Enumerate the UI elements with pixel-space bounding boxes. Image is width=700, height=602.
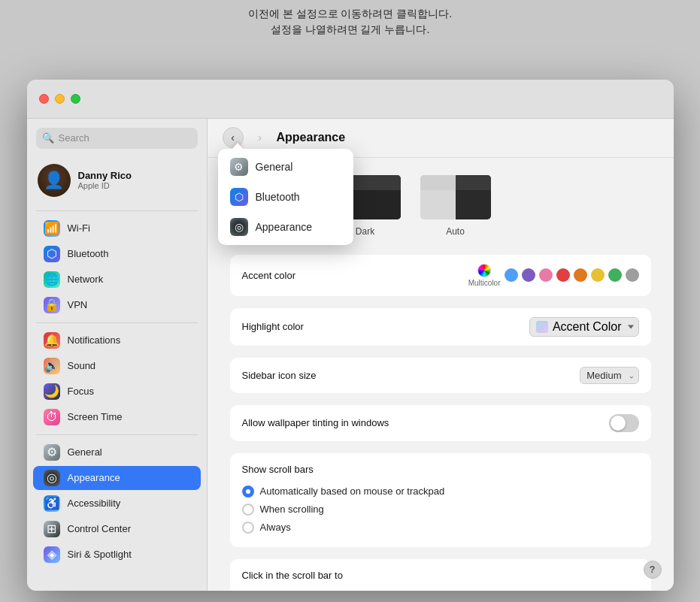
scroll-radio-auto[interactable]: Automatically based on mouse or trackpad [242, 483, 639, 501]
sidebar-label-general: General [68, 446, 102, 458]
highlight-color-section: Highlight color Accent Color [230, 308, 651, 346]
sidebar-item-siri[interactable]: ◈ Siri & Spotlight [33, 543, 201, 567]
notifications-icon: 🔔 [44, 332, 60, 349]
sidebar-item-notifications[interactable]: 🔔 Notifications [33, 328, 201, 352]
user-info: Danny Rico Apple ID [78, 170, 132, 190]
search-placeholder: Search [59, 132, 89, 144]
sidebar-item-general[interactable]: ⚙ General [33, 440, 201, 464]
scroll-label-always: Always [260, 522, 291, 533]
sidebar: 🔍 Search 👤 Danny Rico Apple ID 📶 Wi-Fi ⬡ [27, 119, 208, 591]
sidebar-label-vpn: VPN [68, 299, 88, 310]
history-dropdown: ⚙ General ⬡ Bluetooth ◎ Appearance [218, 149, 353, 245]
sidebar-label-sound: Sound [68, 360, 96, 371]
dropdown-general-icon: ⚙ [230, 158, 248, 176]
dropdown-appearance-icon: ◎ [230, 218, 248, 236]
sidebar-item-wifi[interactable]: 📶 Wi-Fi [33, 216, 201, 240]
sidebar-item-accessibility[interactable]: ♿ Accessibility [33, 492, 201, 516]
dropdown-label-appearance: Appearance [256, 221, 313, 233]
user-profile[interactable]: 👤 Danny Rico Apple ID [27, 158, 207, 203]
scroll-label-auto: Automatically based on mouse or trackpad [260, 486, 445, 497]
theme-label-auto: Auto [446, 226, 465, 237]
scroll-radio-always[interactable]: Always [242, 519, 639, 537]
accent-dot-multicolor[interactable] [477, 264, 491, 277]
focus-icon: 🌙 [44, 383, 60, 400]
dropdown-bluetooth-icon: ⬡ [230, 188, 248, 206]
accent-dot-blue[interactable] [505, 268, 518, 282]
sidebar-label-accessibility: Accessibility [68, 498, 121, 509]
forward-button[interactable]: › [250, 127, 271, 148]
sidebar-icon-row: Sidebar icon size Medium [230, 358, 651, 393]
general-icon: ⚙ [44, 444, 60, 461]
accent-dot-yellow[interactable] [591, 268, 605, 282]
sidebar-divider3 [36, 434, 198, 435]
scroll-label-scrolling: When scrolling [260, 504, 324, 515]
accent-dot-graphite[interactable] [626, 268, 639, 282]
help-button[interactable]: ? [644, 561, 662, 579]
accessibility-icon: ♿ [44, 495, 60, 512]
multicolor-label: Multicolor [468, 279, 501, 287]
accent-dot-purple[interactable] [522, 268, 535, 282]
settings-window: 🔍 Search 👤 Danny Rico Apple ID 📶 Wi-Fi ⬡ [27, 80, 674, 591]
radio-outer-scrolling [242, 504, 254, 516]
tooltip-line2: 설정을 나열하려면 길게 누릅니다. [271, 23, 430, 35]
sidebar-icon-dropdown[interactable]: Medium [580, 367, 638, 384]
sidebar-item-network[interactable]: 🌐 Network [33, 268, 201, 292]
sidebar-item-bluetooth[interactable]: ⬡ Bluetooth [33, 242, 201, 266]
controlcenter-icon: ⊞ [44, 521, 60, 537]
minimize-button[interactable] [55, 94, 65, 104]
sidebar-label-wifi: Wi-Fi [68, 222, 90, 234]
highlight-color-dropdown[interactable]: Accent Color [529, 317, 639, 337]
page-title: Appearance [277, 131, 346, 144]
dropdown-item-appearance[interactable]: ◎ Appearance [221, 212, 350, 242]
close-button[interactable] [39, 94, 49, 104]
accent-dot-pink[interactable] [539, 268, 553, 282]
accent-multicolor-col: Multicolor [468, 264, 501, 287]
forward-chevron-icon: › [258, 132, 262, 144]
sidebar-item-controlcenter[interactable]: ⊞ Control Center [33, 517, 201, 541]
theme-option-auto[interactable]: Auto [418, 173, 493, 237]
accent-dot-red[interactable] [556, 268, 570, 282]
sidebar-item-screentime[interactable]: ⏱ Screen Time [33, 405, 201, 429]
wallpaper-tinting-label: Allow wallpaper tinting in windows [242, 417, 389, 428]
search-icon: 🔍 [42, 132, 54, 144]
dropdown-item-general[interactable]: ⚙ General [221, 152, 350, 182]
sidebar-label-notifications: Notifications [68, 334, 121, 346]
sidebar-item-focus[interactable]: 🌙 Focus [33, 380, 201, 404]
avatar: 👤 [38, 164, 71, 197]
sound-icon: 🔊 [44, 358, 60, 374]
wallpaper-tinting-toggle[interactable] [609, 414, 639, 432]
radio-inner-auto [246, 489, 250, 494]
sidebar-item-appearance[interactable]: ◎ Appearance [33, 466, 201, 490]
maximize-button[interactable] [71, 94, 80, 104]
bluetooth-icon: ⬡ [44, 246, 60, 262]
sidebar-label-focus: Focus [68, 386, 94, 397]
click-radio-nextpage[interactable]: Jump to the next page [242, 588, 639, 591]
sidebar-divider [36, 210, 198, 211]
search-bar[interactable]: 🔍 Search [36, 128, 198, 149]
user-name: Danny Rico [78, 170, 132, 181]
wallpaper-tinting-section: Allow wallpaper tinting in windows [230, 405, 651, 441]
sidebar-label-appearance: Appearance [68, 472, 120, 483]
accent-dot-green[interactable] [608, 268, 622, 282]
accent-colors-list: Multicolor [468, 264, 639, 287]
main-content: ‹ › Appearance ⚙ General ⬡ Bluetooth [208, 119, 674, 591]
appearance-icon: ◎ [44, 470, 60, 486]
dropdown-item-bluetooth[interactable]: ⬡ Bluetooth [221, 182, 350, 212]
scroll-bars-section: Show scroll bars Automatically based on … [230, 453, 651, 547]
sidebar-icon-section: Sidebar icon size Medium [230, 358, 651, 393]
siri-icon: ◈ [44, 546, 60, 563]
accent-dot-orange[interactable] [574, 268, 587, 282]
dropdown-label-bluetooth: Bluetooth [256, 191, 300, 203]
sidebar-item-sound[interactable]: 🔊 Sound [33, 354, 201, 378]
title-bar [27, 80, 674, 119]
wallpaper-tinting-row: Allow wallpaper tinting in windows [230, 405, 651, 441]
sidebar-item-vpn[interactable]: 🔒 VPN [33, 293, 201, 317]
highlight-color-value: Accent Color [553, 320, 622, 334]
accent-color-row: Accent color Multicolor [230, 255, 651, 296]
scroll-radio-scrolling[interactable]: When scrolling [242, 501, 639, 519]
accent-color-control: Multicolor [468, 264, 639, 287]
highlight-color-row: Highlight color Accent Color [230, 308, 651, 346]
radio-outer-auto [242, 486, 254, 498]
highlight-swatch [536, 321, 548, 333]
user-subtitle: Apple ID [78, 181, 132, 190]
